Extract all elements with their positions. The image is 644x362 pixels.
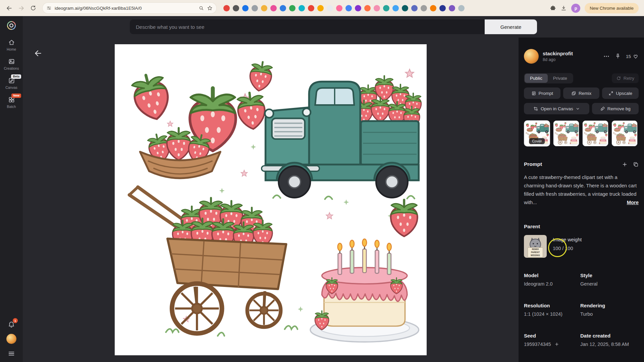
browser-back-button[interactable] [4,3,14,13]
extension-icon[interactable] [411,5,418,11]
extension-icon[interactable] [439,5,446,11]
creator-username[interactable]: stackinprofit [543,51,573,56]
address-bar[interactable]: ideogram.ai/g/06NscGQkRf-xarBba1E5lA/0 [42,2,217,14]
add-icon[interactable] [622,162,628,167]
site-settings-icon[interactable] [46,5,52,11]
prompt-input[interactable] [130,19,485,34]
likes-count: 15 [626,54,631,59]
visibility-toggle: Public Private [524,73,573,83]
generate-button[interactable]: Generate [485,19,537,34]
reload-icon [30,5,36,11]
browser-forward-button[interactable] [16,3,26,13]
extension-icon[interactable] [458,5,465,11]
copy-icon[interactable] [633,162,639,167]
extension-icon[interactable] [317,5,324,11]
sidebar-item-label: Creations [4,66,19,70]
back-button[interactable] [34,49,42,58]
chevron-down-icon [576,107,580,111]
extension-icon[interactable] [383,5,389,11]
extension-icon[interactable] [270,5,277,11]
new-badge: New [11,94,21,98]
prompt-section-header: Prompt [524,161,639,167]
creator-avatar[interactable] [524,49,539,64]
date-created-label: Date created [580,333,639,339]
thumbnail-image [612,121,637,146]
seed-add-icon[interactable] [554,342,559,347]
meta-row-resolution-rendering: Resolution Rendering 1:1 (1024 × 1024) T… [524,303,639,317]
open-in-canvas-button[interactable]: Open in Canvas [524,103,589,114]
extension-icon[interactable] [242,5,249,11]
more-link[interactable]: More [623,198,639,207]
search-icon[interactable] [199,5,204,11]
date-created-value: Jan 12, 2025, 8:58 AM [580,342,639,347]
upscale-button[interactable]: Upscale [602,87,639,99]
rendering-value: Turbo [580,311,639,317]
extension-icon[interactable] [449,5,455,11]
download-icon[interactable] [560,5,567,11]
thumbnail-variant-3[interactable] [582,120,608,146]
resolution-label: Resolution [524,303,580,308]
public-toggle[interactable]: Public [525,74,548,83]
prompt-button[interactable]: Prompt [524,87,560,99]
more-options-icon[interactable] [603,53,610,60]
sidebar-user-avatar[interactable] [6,334,16,344]
extension-icon[interactable] [421,5,427,11]
extension-icon[interactable] [233,5,239,11]
forward-arrow-icon [18,5,24,11]
extension-icon[interactable] [345,5,352,11]
sidebar-item-creations[interactable]: Creations [1,58,22,70]
home-icon [8,39,15,46]
sidebar-item-label: Home [7,47,16,51]
prompt-icon [531,91,536,96]
retry-icon [616,76,621,81]
extension-icon[interactable] [402,5,408,11]
thumbnail-cover[interactable]: Cover [524,120,550,146]
browser-profile-avatar[interactable]: p [571,4,580,13]
pin-icon[interactable] [615,53,621,59]
retry-button[interactable]: Retry [612,73,639,83]
extensions-puzzle-icon[interactable] [550,5,556,11]
prompt-text-content: A cute strawberry-themed clipart set wit… [524,175,637,205]
generated-image[interactable] [115,44,427,355]
resolution-value: 1:1 (1024 × 1024) [524,311,580,317]
private-toggle[interactable]: Private [548,74,573,83]
sidebar-item-canvas[interactable]: Beta Canvas [1,77,22,89]
extension-icon[interactable] [308,5,314,11]
extension-icon[interactable] [430,5,436,11]
extension-icon[interactable] [392,5,399,11]
creator-row: stackinprofit 8d ago 15 [524,49,639,64]
extension-icon[interactable] [289,5,296,11]
sidebar-item-batch[interactable]: New Batch [1,96,22,109]
extension-icon[interactable] [299,5,305,11]
extension-icon[interactable] [364,5,371,11]
extension-icon[interactable] [336,5,342,11]
likes-button[interactable]: 15 [626,53,639,59]
parent-thumbnail[interactable]: REMIX PARENT MISSING [524,235,547,258]
cover-badge: Cover [529,138,545,144]
extension-icon[interactable] [327,5,333,11]
notifications-button[interactable]: 1 [8,320,15,328]
remove-bg-button[interactable]: Remove bg [592,103,639,114]
ideogram-logo[interactable] [6,20,17,31]
remix-button[interactable]: Remix [563,87,600,99]
sidebar-item-home[interactable]: Home [1,39,22,51]
extension-icon[interactable] [252,5,258,11]
extension-icon[interactable] [374,5,380,11]
sidebar-bottom: 1 [6,320,16,357]
image-weight-value: 100 / 100 [553,246,582,251]
chrome-update-button[interactable]: New Chrome available [585,3,639,13]
browser-reload-button[interactable] [28,3,38,13]
extension-icon[interactable] [261,5,267,11]
bookmark-star-icon[interactable] [207,5,213,11]
generate-group: Generate [130,19,537,34]
extension-icon[interactable] [223,5,230,11]
meta-row-model-style: Model Style Ideogram 2.0 General [524,273,639,287]
seed-value: 1959374345 [524,342,551,347]
menu-hamburger-icon[interactable] [8,350,15,357]
extension-icon[interactable] [280,5,286,11]
extension-icon[interactable] [355,5,361,11]
model-value: Ideogram 2.0 [524,281,580,287]
ideogram-logo-icon [6,20,17,31]
thumbnail-variant-4[interactable] [611,120,638,146]
thumbnail-variant-2[interactable] [553,120,579,146]
